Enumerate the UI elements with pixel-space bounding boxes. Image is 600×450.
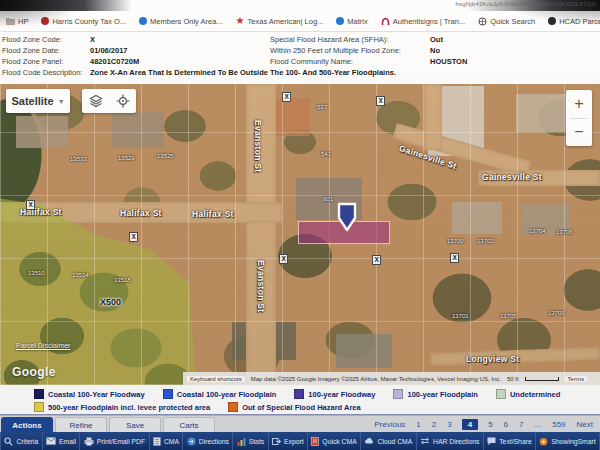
pagination-page-2[interactable]: 2 [431,420,437,429]
legend-swatch [34,389,44,399]
bookmark-authentisign[interactable]: Authentisigns | Tran... [381,17,465,26]
text-share-button[interactable]: Text/Share [484,432,536,450]
legend-item: 500-year Floodplain incl. levee protecte… [34,402,210,412]
email-button[interactable]: Email [43,432,81,450]
document-icon [153,437,161,446]
bookmark-hp[interactable]: HP [6,17,28,26]
pagination-page-4-current[interactable]: 4 [462,419,478,430]
bookmark-hcad-parcel[interactable]: HCAD Parcel V [548,17,600,26]
bookmark-label: Authentisigns | Tran... [393,17,465,26]
toolbar-label: Print/Email PDF [97,438,145,445]
parcel-number: 13525 [157,153,174,159]
sfha-label: Special Flood Hazard Area (SFHA): [270,35,388,44]
flood-zone-x-marker: X [129,232,138,242]
street-label-evanston: Evanston St [256,260,266,312]
har-directions-button[interactable]: HAR Directions [417,432,484,450]
legend-label: Undetermined [510,390,560,399]
toolbar-label: Stats [249,438,265,445]
map-canvas[interactable]: Halifax St Halifax St Halifax St Evansto… [0,84,600,385]
pagination-page-5[interactable]: 5 [487,420,493,429]
pagination-page-7[interactable]: 7 [518,420,524,429]
zoom-in-button[interactable]: + [566,90,592,118]
tab-carts[interactable]: Carts [163,417,215,432]
pagination-page-6[interactable]: 6 [503,420,509,429]
flood-zone-x-marker: X [372,255,381,265]
flood-zone-x-marker: X [279,254,288,264]
parcel-number: 13702 [477,238,494,244]
layers-icon[interactable] [89,94,103,108]
criteria-button[interactable]: Criteria [0,432,43,450]
directions-icon [187,437,196,446]
zoom-out-button[interactable]: − [566,119,592,147]
bookmark-label: Members Only Area... [150,17,223,26]
harris-county-icon [41,17,49,25]
bookmark-quick-search[interactable]: Quick Search [478,17,535,26]
keyboard-shortcuts-link[interactable]: Keyboard shortcuts [187,376,245,382]
export-button[interactable]: Export [269,432,308,450]
pagination-ellipsis: ... [534,420,543,429]
flood-zone-x-marker: X [376,96,385,106]
bookmark-texas-american[interactable]: ★ Texas American| Log... [236,17,324,26]
legend-label: 100-year Floodplain [407,390,477,399]
pagination-page-3[interactable]: 3 [446,420,452,429]
scale-label: 50 ft [507,376,519,382]
legend-swatch [393,389,403,399]
print-email-pdf-button[interactable]: Print/Email PDF [80,432,149,450]
street-label-halifax: Halifax St [192,209,234,219]
url-text: hsgNjb43KcsJp5JhSEAKVRWShzGQKMZE87QN [456,1,596,7]
legend-label: 500-year Floodplain incl. levee protecte… [48,403,210,412]
cma-button[interactable]: CMA [150,432,184,450]
pagination-previous[interactable]: Previous [373,420,406,429]
map-zoom-control: + − [566,90,592,146]
legend-swatch [228,402,238,412]
sfha-value: Out [430,35,443,44]
bookmark-matrix[interactable]: Matrix [336,17,367,26]
tab-save[interactable]: Save [109,417,161,432]
legend-item: Coastal 100-year Floodplain [163,389,277,399]
bookmark-label: Texas American| Log... [248,17,324,26]
quick-cma-button[interactable]: Quick CMA [308,432,361,450]
flood-zone-x-marker: X [26,200,35,210]
legend-item: 100-year Floodway [294,389,375,399]
flood-zone-x-marker: X [282,92,291,102]
cloud-icon [364,437,374,445]
street-label-gainesville: Gainesville St [482,172,542,182]
parcel-number: 601 [323,196,333,202]
toolbar-label: Export [284,438,304,445]
bookmark-members-only[interactable]: Members Only Area... [139,17,223,26]
parcel-number: 13701 [452,313,469,319]
tab-actions[interactable]: Actions [1,417,53,432]
hcad-icon [548,17,556,25]
browser-url-bar[interactable]: hsgNjb43KcsJp5JhSEAKVRWShzGQKMZE87QN [0,0,600,11]
tab-refine[interactable]: Refine [55,417,107,432]
parcel-number: 13533 [70,156,87,162]
toolbar-label: HAR Directions [433,438,479,445]
pagination-page-559[interactable]: 559 [551,420,566,429]
within-250ft-label: Within 250 Feet of Multiple Flood Zone: [270,46,401,55]
showingsmart-button[interactable]: ShowingSmart [536,432,600,450]
bookmark-label: HP [18,17,28,26]
parcel-disclaimer-link[interactable]: Parcel Disclaimer [16,342,70,349]
flood-zone-x500-label: X500 [100,297,121,307]
parcel-number: 13709 [548,310,565,316]
satellite-layer-button[interactable]: Satellite ▼ [6,89,70,113]
directions-button[interactable]: Directions [183,432,233,450]
flood-legend: Coastal 100-Year Floodway Coastal 100-ye… [0,385,600,415]
pagination-next[interactable]: Next [576,420,594,429]
matrix-icon [336,17,344,25]
terms-link[interactable]: Terms [565,376,587,382]
stats-button[interactable]: Stats [233,432,268,450]
bookmark-harris-county[interactable]: Harris County Tax O... [41,17,126,26]
application-window: hsgNjb43KcsJp5JhSEAKVRWShzGQKMZE87QN HP … [0,0,600,450]
crosshair-icon[interactable] [116,94,130,108]
parcel-number: 13700 [447,238,464,244]
flood-community-value: HOUSTON [430,57,467,66]
pagination-page-1[interactable]: 1 [415,420,421,429]
speech-bubble-icon [487,437,496,446]
location-pin-icon[interactable] [336,202,358,232]
bottom-toolbar: Criteria Email Print/Email PDF CMA Direc… [0,432,600,450]
cloud-cma-button[interactable]: Cloud CMA [361,432,417,450]
street-label-evanston: Evanston St [253,120,263,172]
star-icon: ★ [236,17,245,25]
members-icon [139,17,147,25]
